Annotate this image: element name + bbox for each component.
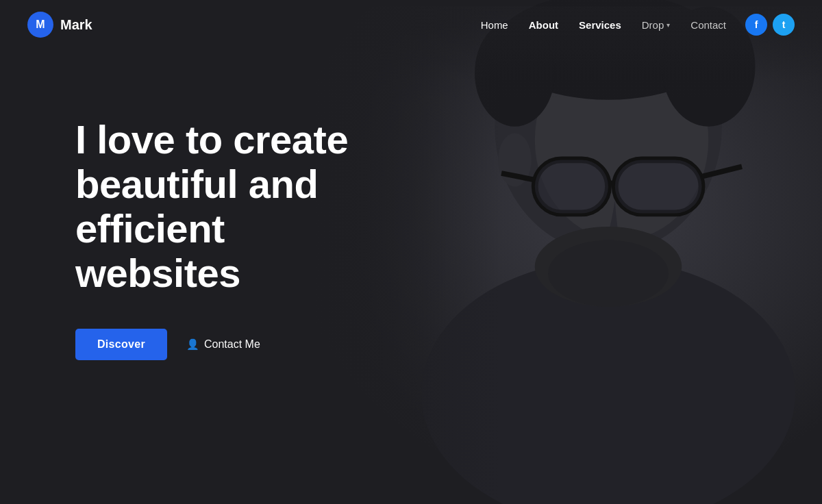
nav-drop-label: Drop (642, 19, 664, 31)
twitter-button[interactable]: t (773, 14, 795, 36)
svg-rect-2 (569, 234, 649, 314)
contact-me-button[interactable]: 👤 Contact Me (186, 338, 260, 351)
svg-rect-12 (615, 160, 702, 213)
discover-button[interactable]: Discover (75, 329, 167, 360)
svg-rect-7 (615, 160, 702, 213)
contact-me-label: Contact Me (204, 338, 260, 351)
chevron-down-icon: ▾ (667, 21, 670, 29)
nav-contact[interactable]: Contact (682, 15, 734, 35)
svg-point-3 (421, 260, 795, 504)
nav-about[interactable]: About (521, 15, 566, 35)
navbar: M Mark Home About Services Drop ▾ Contac… (0, 0, 822, 49)
nav-services[interactable]: Services (571, 15, 630, 35)
svg-point-14 (548, 240, 669, 307)
hero-section: I love to create beautiful and efficient… (0, 49, 466, 429)
svg-line-10 (702, 166, 743, 177)
hero-buttons: Discover 👤 Contact Me (75, 329, 390, 360)
svg-line-9 (501, 173, 535, 180)
brand-letter: M (36, 18, 45, 31)
nav-links: Home About Services Drop ▾ Contact f t (473, 14, 795, 36)
facebook-icon: f (755, 19, 758, 30)
brand-logo-link[interactable]: M Mark (27, 12, 92, 38)
social-icons: f t (745, 14, 795, 36)
person-icon: 👤 (186, 338, 199, 351)
nav-home[interactable]: Home (473, 15, 516, 35)
brand-logo: M (27, 12, 53, 38)
svg-point-5 (498, 133, 532, 186)
nav-drop[interactable]: Drop ▾ (634, 15, 679, 35)
hero-headline: I love to create beautiful and efficient… (75, 118, 390, 296)
facebook-button[interactable]: f (745, 14, 767, 36)
svg-rect-11 (535, 160, 608, 213)
brand-name: Mark (60, 17, 92, 33)
twitter-icon: t (782, 19, 786, 30)
svg-point-4 (535, 40, 709, 240)
svg-rect-6 (535, 160, 608, 213)
svg-point-13 (535, 227, 682, 307)
